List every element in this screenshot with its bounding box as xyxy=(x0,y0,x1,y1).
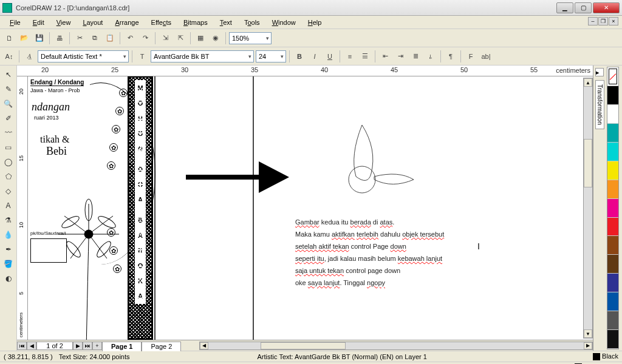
menu-bitmaps[interactable]: Bitmaps xyxy=(177,18,214,27)
export-icon[interactable]: ⇱ xyxy=(174,32,187,45)
app-launcher-icon[interactable]: ▦ xyxy=(194,32,207,45)
next-page-button[interactable]: ▶ xyxy=(73,342,83,350)
color-swatch[interactable] xyxy=(607,199,618,218)
underline-icon[interactable]: U xyxy=(323,50,337,63)
smart-draw-icon[interactable]: 〰 xyxy=(2,126,15,140)
maximize-button[interactable]: ▢ xyxy=(575,2,592,13)
horizontal-ruler[interactable]: 20 25 30 35 40 45 50 55 centimeters xyxy=(17,66,593,76)
page-counter[interactable]: 1 of 2 xyxy=(36,342,73,350)
menu-help[interactable]: Help xyxy=(302,18,328,27)
redo-icon[interactable]: ↷ xyxy=(138,32,152,45)
vertical-scrollbar[interactable]: ▲ ▼ xyxy=(583,78,593,339)
no-fill-swatch[interactable] xyxy=(607,67,618,86)
hscroll-thumb[interactable] xyxy=(261,342,346,349)
print-icon[interactable]: 🖶 xyxy=(53,32,66,45)
add-page-button[interactable]: + xyxy=(92,342,102,350)
color-swatch[interactable] xyxy=(607,124,618,143)
color-swatch[interactable] xyxy=(607,218,618,237)
style-combo[interactable]: Default Artistic Text * xyxy=(38,50,129,62)
first-page-button[interactable]: ⏮ xyxy=(17,342,27,350)
scroll-right-icon[interactable]: ▶ xyxy=(584,342,592,349)
tab-page-2[interactable]: Page 2 xyxy=(142,342,181,351)
font-combo[interactable]: AvantGarde Bk BT xyxy=(151,50,254,62)
horizontal-scrollbar[interactable]: ◀ ▶ xyxy=(199,342,593,350)
align-center-icon[interactable]: ☰ xyxy=(358,50,372,63)
edit-text-icon[interactable]: ab| xyxy=(479,50,493,63)
scroll-down-icon[interactable]: ▼ xyxy=(584,329,592,338)
scroll-left-icon[interactable]: ◀ xyxy=(200,342,208,349)
color-swatch[interactable] xyxy=(607,143,618,161)
interactive-fill-icon[interactable]: ◐ xyxy=(2,272,15,285)
shape-tool-icon[interactable]: ✎ xyxy=(2,83,15,96)
cut-icon[interactable]: ✂ xyxy=(73,32,86,45)
menu-arrange[interactable]: Arrange xyxy=(109,18,145,27)
color-swatch[interactable] xyxy=(607,105,618,124)
fill-indicator[interactable]: Black xyxy=(593,352,618,360)
bold-icon[interactable]: B xyxy=(293,50,306,63)
menu-view[interactable]: View xyxy=(50,18,77,27)
undo-icon[interactable]: ↶ xyxy=(123,32,137,45)
char-format-icon[interactable]: F xyxy=(464,50,477,63)
scroll-thumb[interactable] xyxy=(584,139,592,187)
color-palette[interactable] xyxy=(607,67,619,349)
rectangle-tool-icon[interactable]: ▭ xyxy=(2,141,15,154)
bullets-icon[interactable]: ≣ xyxy=(409,50,422,63)
color-swatch[interactable] xyxy=(607,274,618,292)
font-size-combo[interactable]: 24 xyxy=(256,50,286,62)
color-swatch[interactable] xyxy=(607,161,618,180)
last-page-button[interactable]: ⏭ xyxy=(83,342,92,350)
interactive-tool-icon[interactable]: ⚗ xyxy=(2,214,15,227)
import-icon[interactable]: ⇲ xyxy=(159,32,172,45)
menu-text[interactable]: Text xyxy=(214,18,238,27)
zoom-combo[interactable]: 150% xyxy=(229,32,272,44)
color-swatch[interactable] xyxy=(607,236,618,255)
color-swatch[interactable] xyxy=(607,255,618,274)
italic-icon[interactable]: I xyxy=(308,50,321,63)
new-icon[interactable]: 🗋 xyxy=(2,32,16,45)
tab-page-1[interactable]: Page 1 xyxy=(102,342,142,351)
instruction-text[interactable]: Gambar kedua itu berada di atas. Maka ka… xyxy=(295,216,550,289)
menu-layout[interactable]: Layout xyxy=(77,18,109,27)
close-button[interactable]: ✕ xyxy=(593,2,620,13)
ellipse-tool-icon[interactable]: ◯ xyxy=(2,155,15,169)
color-swatch[interactable] xyxy=(607,292,618,311)
text-orientation-icon[interactable]: A↕ xyxy=(2,50,16,63)
doc-restore-button[interactable]: ❐ xyxy=(598,17,608,25)
align-left-icon[interactable]: ≡ xyxy=(343,50,357,63)
fill-tool-icon[interactable]: 🪣 xyxy=(2,257,15,271)
color-swatch[interactable] xyxy=(607,180,618,199)
zoom-tool-icon[interactable]: 🔍 xyxy=(2,97,15,110)
indent-increase-icon[interactable]: ⇥ xyxy=(394,50,407,63)
color-swatch[interactable] xyxy=(607,311,618,330)
menu-effects[interactable]: Effects xyxy=(145,18,177,27)
corel-online-icon[interactable]: ◉ xyxy=(209,32,222,45)
nonprinting-icon[interactable]: ¶ xyxy=(444,50,457,63)
menu-tools[interactable]: Tools xyxy=(238,18,266,27)
text-tool-icon[interactable]: A xyxy=(2,199,15,212)
outline-tool-icon[interactable]: ✒ xyxy=(2,243,15,256)
open-icon[interactable]: 📂 xyxy=(18,32,31,45)
polygon-tool-icon[interactable]: ⬠ xyxy=(2,170,15,183)
dropcap-icon[interactable]: ⫰ xyxy=(424,50,437,63)
prev-page-button[interactable]: ◀ xyxy=(27,342,36,350)
indent-decrease-icon[interactable]: ⇤ xyxy=(378,50,392,63)
doc-minimize-button[interactable]: – xyxy=(588,17,598,25)
color-swatch[interactable] xyxy=(607,86,618,105)
menu-edit[interactable]: Edit xyxy=(27,18,50,27)
menu-window[interactable]: Window xyxy=(266,18,302,27)
docker-toggle-icon[interactable]: ▸ xyxy=(595,68,604,76)
vertical-ruler[interactable]: 20 15 10 5 centimeters xyxy=(17,76,28,340)
scroll-up-icon[interactable]: ▲ xyxy=(584,78,592,87)
paste-icon[interactable]: 📋 xyxy=(103,32,117,45)
basic-shapes-icon[interactable]: ◇ xyxy=(2,184,15,198)
freehand-tool-icon[interactable]: ✐ xyxy=(2,112,15,125)
eyedropper-icon[interactable]: 💧 xyxy=(2,228,15,241)
copy-icon[interactable]: ⧉ xyxy=(88,32,101,45)
pick-tool-icon[interactable]: ↖ xyxy=(2,68,15,81)
doc-close-button[interactable]: × xyxy=(609,17,618,25)
minimize-button[interactable]: ▁ xyxy=(556,2,573,13)
save-icon[interactable]: 💾 xyxy=(33,32,46,45)
transformation-docker-tab[interactable]: Transformation xyxy=(595,80,604,129)
color-swatch[interactable] xyxy=(607,330,618,349)
menu-file[interactable]: File xyxy=(4,18,27,27)
